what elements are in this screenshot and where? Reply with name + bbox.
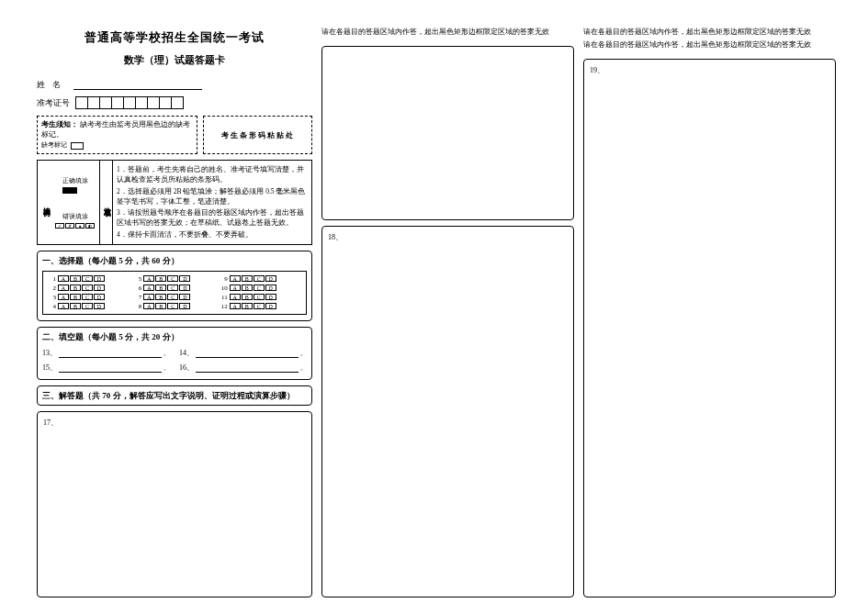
- name-label: 姓名: [37, 79, 68, 91]
- choice-bubble[interactable]: C: [167, 303, 178, 309]
- column-3: 请在各题目的答题区域内作答，超出黑色矩形边框限定区域的答案无效 请在各题目的答题…: [583, 28, 836, 597]
- choice-bubble[interactable]: C: [254, 294, 265, 300]
- answer-sheet: 普通高等学校招生全国统一考试 数学（理）试题答题卡 姓名 准考证号 考生须知： …: [0, 0, 868, 614]
- choice-bubble[interactable]: C: [254, 303, 265, 309]
- column-2: 请在各题目的答题区域内作答，超出黑色矩形边框限定区域的答案无效 18、: [321, 28, 574, 597]
- choice-qnum: 2: [46, 284, 57, 293]
- choice-bubble[interactable]: B: [70, 303, 81, 309]
- q19-label: 19、: [590, 65, 829, 75]
- section-3-title: 三、解答题（共 70 分，解答应写出文字说明、证明过程或演算步骤）: [42, 391, 295, 400]
- choice-bubble[interactable]: B: [70, 294, 81, 300]
- rules-box: 填涂样例 正确填涂 错误填涂 ✓✗●◐: [37, 160, 312, 245]
- choice-bubble[interactable]: C: [167, 275, 178, 282]
- choice-qnum: 5: [131, 274, 142, 284]
- choice-bubble[interactable]: B: [242, 285, 253, 291]
- choice-bubble[interactable]: D: [265, 275, 276, 282]
- col2-warning: 请在各题目的答题区域内作答，超出黑色矩形边框限定区域的答案无效: [321, 28, 574, 37]
- choice-bubble[interactable]: B: [155, 294, 166, 300]
- q19-box[interactable]: 19、: [583, 59, 836, 597]
- choice-qnum: 4: [46, 302, 57, 311]
- sample-group-label: 填涂样例: [40, 201, 51, 205]
- barcode-label: 考生条形码粘贴处: [221, 130, 295, 140]
- q13-label: 13、: [42, 348, 57, 358]
- q15-line[interactable]: [59, 365, 162, 373]
- fill-barcode-row: 考生须知： 缺考考生由监考员用黑色边的缺考标记。 缺考标记 考生条形码粘贴处: [37, 116, 312, 154]
- q13-line[interactable]: [59, 351, 162, 358]
- choice-bubble[interactable]: B: [70, 285, 81, 291]
- choice-bubble[interactable]: D: [179, 303, 190, 309]
- q17-box[interactable]: 17、: [37, 411, 312, 597]
- choice-bubble[interactable]: B: [242, 294, 253, 300]
- choice-bubble[interactable]: A: [230, 294, 241, 300]
- choice-bubble[interactable]: D: [265, 303, 276, 309]
- wrong-sample-row: ✓✗●◐: [55, 223, 95, 229]
- q18-box[interactable]: 18、: [321, 226, 574, 597]
- section-1-title: 一、选择题（每小题 5 分，共 60 分）: [42, 255, 307, 267]
- sample-column: 填涂样例 正确填涂 错误填涂 ✓✗●◐: [38, 161, 100, 244]
- choice-qnum: 6: [131, 284, 142, 293]
- absent-instruction: 考生须知： 缺考考生由监考员用黑色边的缺考标记。 缺考标记: [37, 116, 197, 154]
- ticket-row: 准考证号: [37, 96, 312, 109]
- q17-continued-box[interactable]: [321, 46, 574, 220]
- choice-bubble[interactable]: B: [155, 285, 166, 291]
- choice-bubble[interactable]: C: [82, 294, 93, 300]
- choice-bubble[interactable]: D: [265, 294, 276, 300]
- choice-bubble[interactable]: B: [242, 275, 253, 282]
- choice-bubble[interactable]: D: [94, 285, 105, 291]
- choice-bubble[interactable]: C: [254, 275, 265, 282]
- choice-bubble[interactable]: D: [265, 285, 276, 291]
- section-2-title: 二、填空题（每小题 5 分，共 20 分）: [42, 331, 307, 343]
- name-row: 姓名: [37, 79, 312, 91]
- q18-label: 18、: [328, 232, 568, 242]
- choice-bubble[interactable]: B: [155, 303, 166, 309]
- choice-bubble[interactable]: C: [254, 285, 265, 291]
- choice-bubble[interactable]: A: [143, 294, 154, 300]
- q14-line[interactable]: [196, 351, 299, 358]
- q17-label: 17、: [43, 418, 306, 428]
- column-1: 普通高等学校招生全国统一考试 数学（理）试题答题卡 姓名 准考证号 考生须知： …: [37, 28, 312, 597]
- choice-qnum: 12: [218, 302, 229, 311]
- ticket-label: 准考证号: [37, 97, 70, 109]
- correct-sample-label: 正确填涂: [62, 176, 88, 185]
- choice-grid: 1ABCD5ABCD9ABCD2ABCD6ABCD10ABCD3ABCD7ABC…: [42, 271, 307, 315]
- name-input-line[interactable]: [73, 81, 202, 90]
- notice-item-3: 3．请按照题号顺序在各题目的答题区域内作答，超出答题区域书写的答案无效；在草稿纸…: [117, 207, 308, 229]
- choice-bubble[interactable]: A: [143, 285, 154, 291]
- choice-bubble[interactable]: A: [230, 275, 241, 282]
- q16-line[interactable]: [196, 365, 299, 373]
- choice-bubble[interactable]: D: [94, 275, 105, 282]
- choice-bubble[interactable]: D: [179, 285, 190, 291]
- choice-bubble[interactable]: A: [143, 303, 154, 309]
- col3-warning-2: 请在各题目的答题区域内作答，超出黑色矩形边框限定区域的答案无效: [583, 40, 836, 50]
- choice-bubble[interactable]: D: [94, 294, 105, 300]
- choice-bubble[interactable]: D: [94, 303, 105, 309]
- choice-bubble[interactable]: B: [242, 303, 253, 309]
- choice-bubble[interactable]: A: [58, 285, 69, 291]
- choice-bubble[interactable]: C: [167, 285, 178, 291]
- choice-qnum: 8: [131, 302, 142, 311]
- choice-bubble[interactable]: C: [82, 285, 93, 291]
- choice-bubble[interactable]: D: [179, 275, 190, 282]
- sub-title: 数学（理）试题答题卡: [37, 53, 312, 67]
- main-title: 普通高等学校招生全国统一考试: [37, 29, 312, 46]
- choice-bubble[interactable]: A: [58, 303, 69, 309]
- choice-bubble[interactable]: C: [82, 303, 93, 309]
- q15-label: 15、: [42, 363, 57, 373]
- choice-bubble[interactable]: D: [179, 294, 190, 300]
- choice-bubble[interactable]: C: [82, 275, 93, 282]
- choice-bubble[interactable]: A: [58, 294, 69, 300]
- q14-label: 14、: [179, 348, 194, 358]
- choice-bubble[interactable]: A: [230, 285, 241, 291]
- choice-bubble[interactable]: A: [143, 275, 154, 282]
- choice-bubble[interactable]: A: [230, 303, 241, 309]
- absent-label: 考生须知：: [41, 120, 78, 128]
- notice-item-4: 4．保持卡面清洁，不要折叠、不要弄破。: [117, 229, 308, 240]
- notice-item-2: 2．选择题必须用 2B 铅笔填涂；解答题必须用 0.5 毫米黑色签字笔书写，字体…: [117, 186, 308, 207]
- choice-bubble[interactable]: B: [70, 275, 81, 282]
- ticket-boxes[interactable]: [75, 96, 184, 109]
- choice-bubble[interactable]: C: [167, 294, 178, 300]
- choice-qnum: 1: [46, 274, 57, 284]
- absent-mark-box[interactable]: [71, 142, 84, 150]
- choice-bubble[interactable]: B: [155, 275, 166, 282]
- choice-bubble[interactable]: A: [58, 275, 69, 282]
